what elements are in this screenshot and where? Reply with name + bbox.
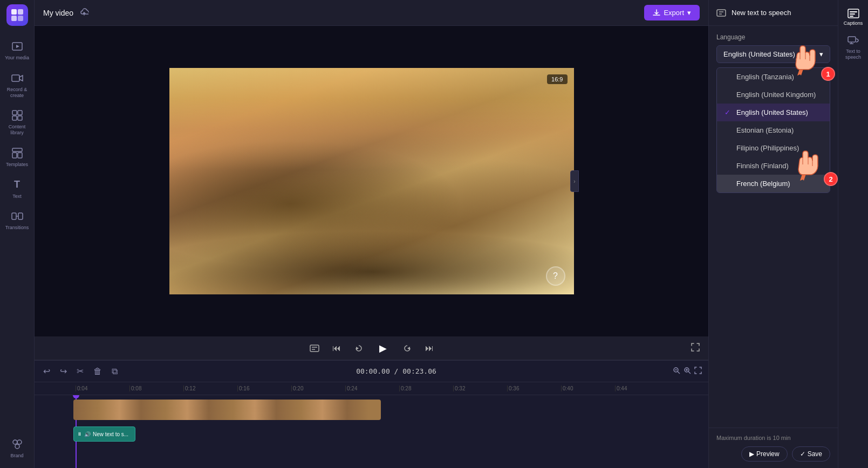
ruler-marks: 0:04 0:08 0:12 0:16 0:20 0:24 0:28 0:32 …: [76, 386, 669, 391]
checkmark-icon: ✓: [725, 108, 732, 116]
svg-rect-10: [12, 116, 17, 120]
language-option-filipino[interactable]: Filipino (Philippines): [717, 139, 830, 157]
skip-forward-button[interactable]: ⏭: [423, 341, 436, 355]
app-logo[interactable]: [6, 4, 28, 26]
sidebar-label-transitions: Transitions: [5, 225, 29, 230]
captions-button[interactable]: Captions: [839, 4, 867, 30]
ruler-mark: 0:20: [291, 386, 345, 391]
video-clip[interactable]: [73, 400, 381, 420]
timeline-tracks: ⏸ 🔊 New text to s...: [35, 395, 708, 468]
zoom-in-button[interactable]: [684, 367, 691, 376]
captions-label: Captions: [844, 20, 863, 26]
undo-button[interactable]: ↩: [41, 364, 52, 378]
ruler-mark: 0:32: [453, 386, 507, 391]
svg-rect-20: [310, 345, 319, 352]
sky-overlay: [169, 68, 574, 170]
svg-rect-36: [850, 11, 857, 12]
rewind-button[interactable]: [352, 341, 366, 355]
svg-rect-12: [12, 148, 22, 152]
cut-button[interactable]: ✂: [74, 364, 86, 378]
language-option-english-uk[interactable]: English (United Kingdom): [717, 86, 830, 104]
timeline-zoom-controls: [673, 367, 702, 376]
svg-marker-23: [356, 347, 359, 350]
svg-rect-6: [12, 75, 19, 81]
play-button[interactable]: ▶: [374, 340, 392, 357]
language-option-english-tanzania[interactable]: English (Tanzania): [717, 68, 830, 86]
language-dropdown[interactable]: English (United States) ▾: [716, 45, 830, 63]
duplicate-button[interactable]: ⧉: [110, 364, 120, 378]
language-option-finnish[interactable]: Finnish (Finland): [717, 157, 830, 175]
panel-expand-button[interactable]: ›: [570, 170, 579, 192]
forward-button[interactable]: [400, 341, 414, 355]
ruler-mark: 0:36: [507, 386, 561, 391]
ruler-mark: 0:24: [345, 386, 399, 391]
video-track-content: [73, 397, 706, 420]
zoom-out-button[interactable]: [673, 367, 680, 376]
timeline-area: ↩ ↪ ✂ 🗑 ⧉ 00:00.00 / 00:23.06: [35, 360, 708, 468]
svg-rect-0: [11, 9, 17, 15]
sidebar-label-text: Text: [12, 194, 22, 199]
brand-kit-icon: [11, 438, 24, 451]
sidebar-item-content-library[interactable]: Content library: [0, 104, 34, 141]
timeline-toolbar: ↩ ↪ ✂ 🗑 ⧉ 00:00.00 / 00:23.06: [35, 361, 708, 382]
svg-rect-37: [850, 13, 855, 15]
templates-icon: [11, 147, 24, 160]
svg-marker-5: [16, 45, 19, 48]
record-icon: [11, 72, 24, 85]
svg-rect-39: [848, 37, 856, 42]
tts-clip[interactable]: ⏸ 🔊 New text to s...: [73, 426, 135, 442]
video-controls-bar: ⏮ ▶ ⏭: [35, 336, 708, 360]
cloud-save-icon[interactable]: [80, 8, 91, 18]
ruler-mark: 0:08: [129, 386, 183, 391]
subtitle-toggle-button[interactable]: [307, 342, 322, 354]
export-button[interactable]: Export ▾: [644, 5, 700, 20]
redo-button[interactable]: ↪: [58, 364, 69, 378]
ruler-mark: 0:04: [76, 386, 129, 391]
video-title[interactable]: My video: [43, 9, 73, 17]
language-section: Language English (United States) ▾: [709, 26, 838, 67]
video-frame[interactable]: 16:9 ?: [169, 68, 574, 294]
ruler-mark: 0:44: [615, 386, 669, 391]
sidebar-item-text[interactable]: T Text: [0, 173, 34, 204]
transitions-icon: [11, 210, 24, 223]
skip-back-button[interactable]: ⏮: [330, 341, 343, 355]
delete-button[interactable]: 🗑: [91, 364, 104, 378]
svg-rect-13: [12, 153, 17, 158]
ruler-mark: 0:28: [399, 386, 453, 391]
fit-timeline-button[interactable]: [694, 367, 702, 376]
sidebar-item-brand-kit[interactable]: Brand: [0, 432, 34, 464]
svg-rect-2: [11, 16, 17, 21]
right-panel-header: New text to speech: [709, 0, 838, 26]
sidebar-item-transitions[interactable]: Transitions: [0, 204, 34, 236]
fullscreen-button[interactable]: [691, 343, 700, 353]
language-option-estonian[interactable]: Estonian (Estonia): [717, 121, 830, 139]
svg-marker-24: [407, 347, 410, 350]
video-track-row: [35, 395, 708, 422]
tts-sidebar-label: Text to speech: [838, 49, 868, 60]
text-to-speech-panel-btn[interactable]: Text to speech: [838, 35, 868, 60]
ruler-mark: 0:12: [183, 386, 237, 391]
language-option-french-belgium[interactable]: French (Belgium): [717, 175, 830, 192]
svg-line-26: [678, 371, 680, 374]
ruler-mark: 0:16: [237, 386, 291, 391]
sidebar-item-your-media[interactable]: Your media: [0, 35, 34, 66]
text-icon: T: [11, 178, 24, 191]
bottom-buttons: ▶ Preview ✓ Save: [716, 446, 830, 462]
max-duration-text: Maximum duration is 10 min: [716, 435, 830, 441]
sidebar-label-content-library: Content library: [2, 124, 32, 136]
save-check-icon: ✓: [800, 450, 805, 458]
svg-marker-7: [19, 75, 23, 81]
preview-button[interactable]: ▶ Preview: [741, 446, 788, 462]
sidebar-label-templates: Templates: [6, 162, 28, 168]
help-button[interactable]: ?: [546, 266, 565, 286]
bottom-bar: Maximum duration is 10 min ▶ Preview ✓ S…: [709, 428, 838, 468]
sidebar-item-record-create[interactable]: Record & create: [0, 66, 34, 104]
svg-rect-3: [18, 16, 23, 21]
tts-sidebar-icon: [848, 35, 859, 46]
save-button[interactable]: ✓ Save: [792, 446, 830, 462]
captions-icon: [848, 9, 859, 18]
dropdown-chevron-icon: ▾: [819, 50, 823, 58]
language-option-english-us[interactable]: ✓ English (United States): [717, 104, 830, 121]
svg-rect-8: [12, 111, 17, 115]
sidebar-item-templates[interactable]: Templates: [0, 141, 34, 173]
